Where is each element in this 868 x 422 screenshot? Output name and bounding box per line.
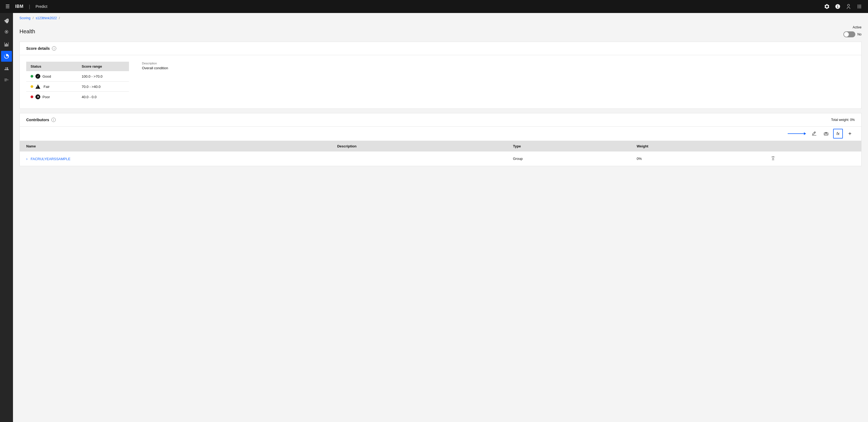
arrow-line	[788, 133, 804, 134]
delete-icon[interactable]	[771, 157, 776, 161]
brand-logo: IBM	[15, 4, 24, 9]
sidebar-item-scoring[interactable]	[1, 51, 12, 62]
table-row: ✕ Poor 40.0 - 0.0	[26, 92, 129, 102]
score-details-card: Score details i Status Score range	[20, 42, 862, 109]
col-description: Description	[331, 141, 506, 151]
range-good: 100.0 - >70.0	[78, 71, 129, 82]
contributors-info-icon[interactable]: i	[51, 118, 56, 122]
breadcrumb: Scoring / s123think2022 /	[13, 13, 868, 23]
x-icon: ✕	[35, 94, 40, 99]
contributor-delete-cell	[764, 151, 861, 166]
app-layout: Scoring / s123think2022 / Health Active …	[0, 13, 868, 422]
expand-icon[interactable]: ›	[26, 157, 28, 161]
col-status: Status	[26, 62, 78, 71]
sidebar-item-people[interactable]	[1, 63, 12, 73]
sidebar-item-settings[interactable]	[1, 75, 12, 86]
breadcrumb-scoring[interactable]: Scoring	[20, 16, 31, 20]
description-value: Overall condition	[142, 66, 168, 70]
sidebar-item-analytics[interactable]	[1, 39, 12, 50]
status-poor-label: Poor	[42, 95, 50, 99]
status-fair-cell: Fair	[26, 82, 78, 92]
col-actions	[764, 141, 861, 151]
apps-icon[interactable]	[855, 2, 864, 11]
toggle-knob	[844, 32, 849, 37]
score-details-body: Status Score range ✓ Good	[20, 55, 861, 109]
active-toggle-container: Active No	[843, 25, 862, 37]
settings-icon[interactable]	[823, 2, 831, 11]
table-row: Fair 70.0 - >40.0	[26, 82, 129, 92]
description-label: Description	[142, 62, 168, 65]
contributor-type-cell: Group	[506, 151, 630, 166]
status-good-label: Good	[42, 74, 51, 79]
table-row: ✓ Good 100.0 - >70.0	[26, 71, 129, 82]
col-score-range: Score range	[78, 62, 129, 71]
contributor-row: › FACRULYEARSSAMPLE Group 0%	[20, 151, 861, 166]
status-fair-label: Fair	[43, 85, 50, 89]
app-name: Predict	[36, 4, 48, 9]
dot-yellow	[31, 85, 33, 88]
dot-green	[31, 75, 33, 78]
arrow-head	[804, 132, 806, 135]
col-type: Type	[506, 141, 630, 151]
fx-button[interactable]: fx	[833, 129, 843, 139]
nav-divider: |	[29, 4, 30, 9]
score-details-info-icon[interactable]: i	[52, 46, 56, 51]
contributors-card: Contributors i Total weight: 0%	[20, 113, 862, 166]
add-icon: +	[848, 131, 851, 137]
contributors-title-row: Contributors i	[26, 118, 56, 122]
col-name: Name	[20, 141, 331, 151]
contributor-name-cell: › FACRULYEARSSAMPLE	[20, 151, 331, 166]
sidebar-item-location[interactable]	[1, 27, 12, 38]
active-label: Active	[852, 25, 862, 29]
contributors-table: Name Description Type Weight › FACRULYEA…	[20, 141, 861, 166]
main-content: Scoring / s123think2022 / Health Active …	[13, 13, 868, 422]
toggle-row: No	[843, 31, 862, 37]
user-icon[interactable]	[844, 2, 853, 11]
warning-icon	[35, 84, 40, 89]
page-header: Health Active No	[13, 23, 868, 42]
fx-label: fx	[837, 131, 840, 136]
col-weight: Weight	[630, 141, 764, 151]
breadcrumb-project[interactable]: s123think2022	[36, 16, 57, 20]
page-title: Health	[20, 28, 35, 35]
breadcrumb-sep-2: /	[59, 16, 60, 20]
dot-red	[31, 95, 33, 98]
contributors-title: Contributors	[26, 118, 49, 122]
check-icon: ✓	[35, 74, 40, 79]
breadcrumb-sep-1: /	[33, 16, 34, 20]
description-section: Description Overall condition	[142, 62, 168, 102]
total-weight: Total weight: 0%	[831, 118, 855, 122]
help-icon[interactable]	[833, 2, 842, 11]
score-table: Status Score range ✓ Good	[26, 62, 129, 102]
top-nav: ☰ IBM | Predict	[0, 0, 868, 13]
contributor-name-link[interactable]: FACRULYEARSSAMPLE	[31, 157, 70, 161]
status-poor-cell: ✕ Poor	[26, 92, 78, 102]
top-nav-icons	[823, 2, 864, 11]
range-poor: 40.0 - 0.0	[78, 92, 129, 102]
range-fair: 70.0 - >40.0	[78, 82, 129, 92]
group-button[interactable]	[821, 129, 831, 139]
contributor-description-cell	[331, 151, 506, 166]
active-toggle[interactable]	[843, 31, 855, 37]
contributor-weight-cell: 0%	[630, 151, 764, 166]
sidebar	[0, 13, 13, 422]
toggle-state-label: No	[858, 32, 862, 36]
status-good-cell: ✓ Good	[26, 71, 78, 82]
hamburger-menu[interactable]: ☰	[4, 2, 11, 10]
score-details-header: Score details i	[20, 42, 861, 55]
edit-button[interactable]	[809, 129, 819, 139]
add-contributor-button[interactable]: +	[845, 129, 855, 139]
sidebar-item-rocket[interactable]	[1, 15, 12, 26]
score-details-title: Score details	[26, 46, 50, 51]
